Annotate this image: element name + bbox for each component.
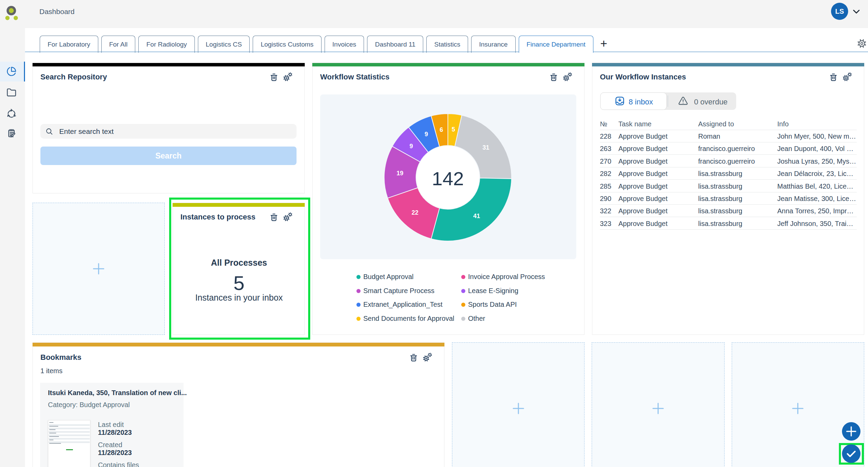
svg-text:9: 9 xyxy=(425,131,428,138)
svg-text:6: 6 xyxy=(440,126,443,133)
svg-text:22: 22 xyxy=(412,209,418,216)
svg-text:19: 19 xyxy=(397,170,403,177)
svg-text:5: 5 xyxy=(452,126,455,133)
svg-text:41: 41 xyxy=(473,213,480,219)
svg-text:142: 142 xyxy=(432,168,464,189)
svg-text:31: 31 xyxy=(482,144,489,151)
svg-text:9: 9 xyxy=(410,143,413,150)
